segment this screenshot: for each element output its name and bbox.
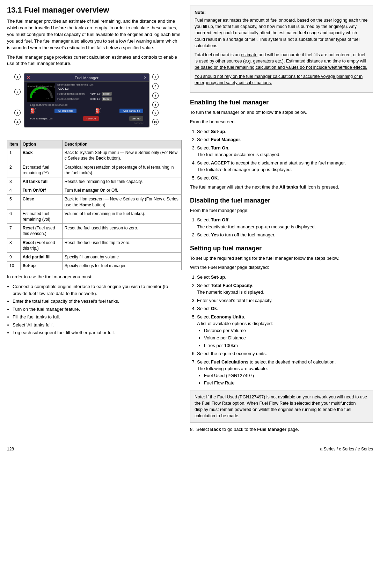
item-num: 10 [7, 262, 21, 270]
fm-season-label: Fuel used this season: [57, 92, 89, 95]
fm-image-id: D12569-1 [27, 122, 146, 125]
note-p1: Fuel manager estimates the amount of fue… [195, 17, 368, 49]
left-column: 13.1 Fuel manager overview The fuel mana… [7, 6, 182, 436]
fm-status-text: Fuel Manager: On [30, 117, 52, 120]
list-item: Select Yes to turn off the fuel manager. [197, 231, 373, 238]
enabling-steps: Select Set-up. Select Fuel Manager. Sele… [197, 128, 373, 182]
fm-on-row: Fuel Manager: On Turn Off Set-up [27, 116, 146, 122]
note-title: Note: [195, 10, 206, 15]
fm-screen-image: ✕ Fuel Manager ✕ Estimated Fuel Remainin… [24, 73, 149, 127]
enabling-from: From the homescreen. [190, 119, 373, 125]
table-row: 2 Estimated fuel remaining (%) Graphical… [7, 163, 182, 177]
diagram-num-9: 9 [152, 110, 159, 116]
col-header-description: Description [62, 140, 181, 148]
fm-log-row: Log each time boat is refueled. [27, 103, 146, 107]
fm-close-x-right: ✕ [144, 75, 147, 80]
footer-page-number: 128 [7, 447, 14, 451]
svg-text:100: 100 [46, 97, 50, 100]
item-option: Add partial fill [20, 252, 62, 261]
fm-setup-btn[interactable]: Set-up [129, 116, 143, 121]
note-box-bottom: Note: If the Fuel Used (PGN127497) is no… [190, 390, 373, 423]
item-option: Estimated fuel remaining (%) [20, 163, 62, 177]
list-item: Select Set-up. [197, 128, 373, 135]
disabling-from: From the fuel manager page: [190, 207, 373, 214]
diagram-num-4: 4 [14, 119, 21, 125]
table-row: 5 Close Back to Homescreen — New e Serie… [7, 195, 182, 209]
enabling-after: The fuel manager will start the next tim… [190, 184, 373, 191]
fm-gauge-area: Estimated Fuel Remaining (%) 0 60 100 20… [27, 83, 55, 102]
list-item: Turn on the fuel manager feature. [13, 306, 182, 313]
right-column: Note: Fuel manager estimates the amount … [190, 6, 373, 436]
fm-est-label: Estimated fuel remaining (vol) [57, 83, 146, 86]
table-row: 4 Turn On/Off Turn fuel manager On or Of… [7, 186, 182, 195]
item-description: Reset the fuel used this trip to zero. [62, 238, 181, 252]
list-item: Fuel Flow Rate [204, 380, 373, 387]
fm-trip-value: 3800 Ltr [90, 97, 100, 101]
item-description: Specify settings for fuel manager. [62, 262, 181, 270]
enabling-heading: Enabling the fuel manager [190, 99, 373, 106]
table-row: 9 Add partial fill Specify fill amount b… [7, 252, 182, 261]
col-header-item: Item [7, 140, 21, 148]
list-item: Select Economy Units. A list of availabl… [197, 314, 373, 349]
disabling-heading: Disabling the fuel manager [190, 197, 373, 205]
fuel-calc-list: Fuel Used (PGN127497) Fuel Flow Rate [204, 372, 373, 387]
settingup-steps: Select Set-up. Select Total Fuel Capacit… [197, 274, 373, 387]
item-num: 1 [7, 148, 21, 163]
settingup-heading: Setting up fuel manager [190, 245, 373, 252]
list-item: Fill the fuel tanks to full. [13, 314, 182, 321]
table-row: 10 Set-up Specify settings for fuel mana… [7, 262, 182, 270]
diagram-num-2: 2 [14, 89, 21, 95]
fm-season-row: Fuel used this season: 4104 Ltr Reset [57, 92, 146, 96]
item-option: Set-up [20, 262, 62, 270]
enabling-intro: To turn the fuel manager on and off foll… [190, 109, 373, 116]
list-item: Select the required economy units. [197, 350, 373, 357]
usage-list: Connect a compatible engine interface to… [13, 283, 182, 336]
list-item: Select Total Fuel Capacity. The numeric … [197, 282, 373, 296]
item-description: Reset the fuel used this season to zero. [62, 224, 181, 238]
fm-trip-label: Fuel used this trip: [57, 97, 89, 101]
page-footer: 128 a Series / c Series / e Series [0, 445, 380, 453]
fm-turnoff-btn[interactable]: Turn Off [83, 116, 99, 121]
item-num: 9 [7, 252, 21, 261]
list-item: Litres per 100km [204, 342, 373, 349]
list-item: Select Turn Off. The deactivate fuel man… [197, 216, 373, 230]
diagram-num-7: 7 [152, 93, 159, 99]
fm-tanks-btn[interactable]: All tanks full [54, 109, 76, 113]
item-option: All tanks full [20, 177, 62, 186]
fm-title-bar: ✕ Fuel Manager ✕ [24, 74, 149, 82]
fm-partial-btn[interactable]: Add partial fill [119, 109, 143, 113]
fm-season-value: 4104 Ltr [90, 92, 100, 95]
item-num: 2 [7, 163, 21, 177]
diagram-num-3: 3 [14, 110, 21, 116]
item-description: Specify fill amount by volume [62, 252, 181, 261]
item-num: 3 [7, 177, 21, 186]
item-num: 6 [7, 209, 21, 223]
fm-gauge-svg: Estimated Fuel Remaining (%) 0 60 100 20… [27, 83, 55, 102]
fm-close-x-left: ✕ [27, 75, 30, 80]
list-item: Select ACCEPT to accept the disclaimer a… [197, 160, 373, 173]
fm-season-reset[interactable]: Reset [102, 92, 112, 96]
list-item: Select Fuel Calculations to select the d… [197, 359, 373, 387]
fm-readings: Estimated fuel remaining (vol) 7200 Ltr … [57, 83, 146, 102]
note-p3: You should not rely on the fuel manager … [195, 73, 368, 86]
note-p2: Total fuel onboard is an estimate and wi… [195, 52, 368, 71]
fm-trip-row: Fuel used this trip: 3800 Ltr Reset [57, 97, 146, 101]
fuel-manager-diagram: ✕ Fuel Manager ✕ Estimated Fuel Remainin… [14, 71, 175, 135]
intro-paragraph-2: The fuel manager page provides current c… [7, 54, 182, 67]
item-option: Back [20, 148, 62, 163]
item-option: Reset (Fuel used this season.) [20, 224, 62, 238]
fm-title-text: Fuel Manager [75, 76, 98, 80]
fm-status-row: ⛽ All tanks full ⛽ Add partial fill [27, 107, 146, 114]
final-step: 8. Select Back to go back to the Fuel Ma… [190, 426, 373, 433]
item-option: Estimated fuel remaining (vol) [20, 209, 62, 223]
fm-trip-reset[interactable]: Reset [102, 97, 112, 101]
list-item: Select Ok. [197, 305, 373, 312]
diagram-num-8: 8 [152, 102, 159, 108]
item-option: Turn On/Off [20, 186, 62, 195]
list-item: Select OK. [197, 175, 373, 182]
fm-body: Estimated Fuel Remaining (%) 0 60 100 20… [24, 82, 149, 126]
economy-units-list: Distance per Volume Volume per Distance … [204, 327, 373, 349]
table-row: 8 Reset (Fuel used this trip.) Reset the… [7, 238, 182, 252]
item-description: Back to Homescreen — New e Series only (… [62, 195, 181, 209]
list-item: Select Fuel Manager. [197, 136, 373, 143]
